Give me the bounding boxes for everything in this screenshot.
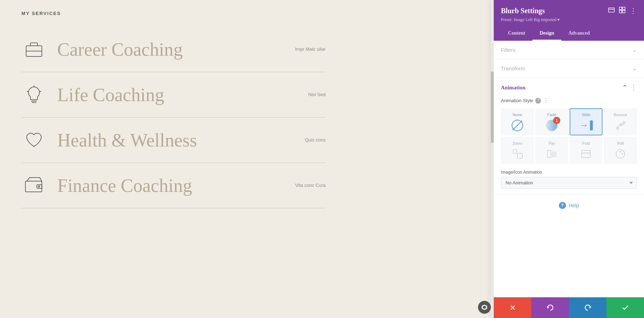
anim-bounce-icon-area — [614, 119, 627, 132]
svg-point-30 — [622, 153, 623, 155]
animation-section: Animation ⌃ ⋮ Animation Style ? ⋮ None — [494, 78, 644, 195]
tab-advanced[interactable]: Advanced — [561, 27, 597, 41]
image-icon-animation: Image/Icon Animation No Animation — [501, 170, 637, 189]
wallet-icon — [21, 173, 47, 198]
animation-header: Animation ⌃ ⋮ — [501, 84, 637, 91]
svg-rect-7 — [25, 181, 42, 192]
svg-rect-23 — [547, 150, 551, 158]
svg-line-6 — [40, 91, 41, 92]
svg-rect-24 — [552, 152, 556, 157]
animation-header-icons: ⌃ ⋮ — [622, 84, 637, 91]
anim-slide[interactable]: Slide → — [570, 108, 602, 135]
bottom-bar — [494, 297, 644, 318]
panel-body: Filters ⌄ Transform ⌄ Animation ⌃ ⋮ Anim… — [494, 41, 644, 318]
image-icon-animation-select[interactable]: No Animation — [501, 177, 637, 189]
scroll-thumb[interactable] — [491, 71, 494, 143]
tab-content[interactable]: Content — [501, 27, 532, 41]
anim-zoom[interactable]: Zoom — [501, 137, 534, 164]
animation-more-icon[interactable]: ⋮ — [630, 84, 637, 91]
panel-preset[interactable]: Preset: Image Left Big imported ▾ — [501, 17, 637, 23]
health-wellness-text: Quis cons — [305, 136, 326, 144]
anim-flip-icon-area — [545, 148, 558, 160]
anim-fade[interactable]: Fade 1 — [535, 108, 568, 135]
svg-rect-14 — [619, 10, 622, 13]
scroll-indicator — [491, 0, 494, 318]
transform-section[interactable]: Transform ⌄ — [494, 59, 644, 78]
panel-header: Blurb Settings ⋮ — [494, 0, 644, 41]
filters-chevron: ⌄ — [632, 46, 637, 53]
svg-rect-19 — [513, 150, 517, 153]
career-coaching-title: Career Coaching — [57, 39, 288, 60]
fade-badge: 1 — [553, 117, 560, 124]
anim-slide-icon-area: → — [580, 119, 592, 132]
slide-icon: → — [579, 120, 593, 131]
animation-collapse-icon[interactable]: ⌃ — [622, 84, 628, 91]
cancel-button[interactable] — [494, 297, 531, 318]
anim-flip[interactable]: Flip — [535, 137, 568, 164]
svg-rect-13 — [623, 7, 625, 10]
animation-grid: None Fade 1 Slide — [501, 108, 637, 164]
help-label: Help — [569, 203, 579, 208]
transform-label: Transform — [501, 65, 525, 71]
divi-icon[interactable] — [478, 301, 491, 314]
panel-header-top: Blurb Settings ⋮ — [501, 6, 637, 15]
svg-point-9 — [38, 186, 40, 187]
briefcase-icon — [21, 37, 47, 62]
animation-style-row: Animation Style ? ⋮ — [501, 97, 637, 104]
animation-style-text: Animation Style — [501, 98, 533, 103]
service-item-health: Health & Wellness Quis cons — [21, 118, 326, 163]
finance-coaching-text: Vita conc Cura — [295, 182, 326, 189]
help-row[interactable]: ? Help — [494, 195, 644, 216]
services-heading: MY SERVICES — [21, 11, 326, 16]
svg-rect-10 — [609, 8, 614, 12]
none-icon — [512, 120, 523, 131]
anim-roll-icon-area — [614, 148, 627, 160]
help-circle-icon: ? — [559, 202, 566, 209]
panel-icon-grid[interactable] — [619, 7, 625, 15]
panel-icon-responsive[interactable] — [608, 7, 615, 15]
service-item-life: Life Coaching Nisl Sed — [21, 72, 326, 118]
svg-rect-20 — [517, 153, 522, 158]
svg-point-18 — [623, 121, 625, 124]
tab-design[interactable]: Design — [532, 27, 561, 41]
svg-line-5 — [27, 91, 28, 92]
anim-none-label: None — [513, 113, 522, 117]
panel-icon-more[interactable]: ⋮ — [630, 6, 637, 15]
health-wellness-title: Health & Wellness — [57, 130, 298, 151]
anim-roll[interactable]: Roll — [604, 137, 637, 164]
anim-fade-icon-area: 1 — [545, 119, 558, 132]
svg-rect-26 — [582, 150, 590, 158]
career-coaching-text: Impr Malc ullar — [295, 46, 326, 53]
heart-icon — [21, 128, 47, 153]
anim-bounce[interactable]: Bounce — [604, 108, 637, 135]
life-coaching-text: Nisl Sed — [308, 91, 326, 98]
panel-tabs: Content Design Advanced — [501, 27, 637, 41]
service-item-career: Career Coaching Impr Malc ullar — [21, 27, 326, 72]
image-icon-animation-label: Image/Icon Animation — [501, 170, 637, 175]
anim-fold[interactable]: Fold — [570, 137, 602, 164]
lightbulb-icon — [21, 82, 47, 107]
save-button[interactable] — [606, 297, 644, 318]
anim-fold-label: Fold — [582, 141, 590, 145]
finance-coaching-title: Finance Coaching — [57, 175, 288, 196]
svg-rect-15 — [623, 10, 625, 13]
main-content: MY SERVICES Career Coaching Impr Malc ul… — [0, 0, 347, 318]
anim-zoom-icon-area — [511, 148, 524, 160]
panel-header-icons: ⋮ — [608, 6, 637, 15]
svg-rect-8 — [37, 185, 42, 188]
svg-rect-12 — [619, 7, 622, 10]
anim-none[interactable]: None — [501, 108, 534, 135]
settings-panel: Blurb Settings ⋮ — [494, 0, 644, 318]
anim-none-icon-area — [511, 119, 524, 132]
life-coaching-title: Life Coaching — [57, 84, 301, 105]
svg-point-29 — [620, 151, 621, 153]
anim-slide-label: Slide — [582, 113, 590, 117]
animation-title: Animation — [501, 85, 525, 91]
redo-button[interactable] — [569, 297, 606, 318]
animation-style-more-icon[interactable]: ⋮ — [543, 97, 549, 104]
anim-fold-icon-area — [580, 148, 592, 160]
undo-button[interactable] — [531, 297, 569, 318]
animation-style-help-icon[interactable]: ? — [535, 98, 541, 104]
anim-flip-label: Flip — [548, 141, 555, 145]
filters-section[interactable]: Filters ⌄ — [494, 41, 644, 59]
